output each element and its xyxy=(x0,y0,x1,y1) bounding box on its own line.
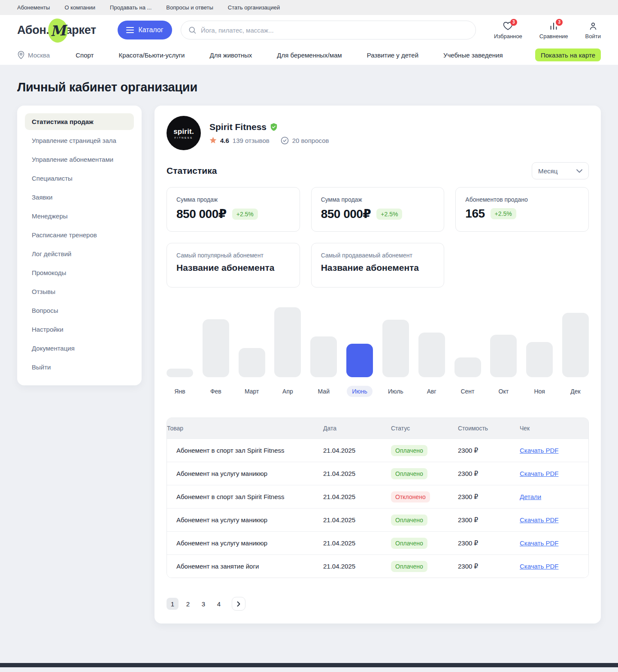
sidebar-item[interactable]: Менеджеры xyxy=(25,208,134,224)
sidebar-item[interactable]: Статистика продаж xyxy=(25,113,134,130)
bar-label: Ноя xyxy=(529,386,550,397)
sidebar-item[interactable]: Документация xyxy=(25,340,134,357)
header-actions: 3 Избранное 3 Сравнение Войти xyxy=(494,21,601,39)
reviews-count[interactable]: 139 отзывов xyxy=(233,137,270,144)
search-bar xyxy=(181,21,476,39)
receipt-link[interactable]: Скачать PDF xyxy=(520,539,558,547)
category-nav-item[interactable]: Учебные заведения xyxy=(443,51,503,59)
sidebar-item[interactable]: Настройки xyxy=(25,321,134,338)
chart-bar-Март[interactable]: Март xyxy=(239,307,265,397)
dashboard-panel: spirit. FITNESS Spirit Fitness 4.6 139 о… xyxy=(154,106,601,624)
chart-bar-Фев[interactable]: Фев xyxy=(203,307,229,397)
bar-shape xyxy=(526,342,553,377)
main-content: Личный кабинет организации Статистика пр… xyxy=(0,65,618,663)
period-select[interactable]: Месяц xyxy=(532,162,589,179)
category-nav-item[interactable]: Спорт xyxy=(76,51,94,59)
cell-price: 2300 ₽ xyxy=(458,447,520,454)
star-icon xyxy=(209,137,217,144)
table-header-cell: Дата xyxy=(323,425,391,432)
period-select-value: Месяц xyxy=(538,167,557,175)
header-action[interactable]: Войти xyxy=(585,21,601,39)
table-header-cell: Чек xyxy=(520,425,588,432)
receipt-link[interactable]: Скачать PDF xyxy=(520,470,558,477)
header-action[interactable]: 3 Сравнение xyxy=(539,21,568,39)
sidebar-item[interactable]: Заявки xyxy=(25,189,134,206)
table-body: Абонемент в спорт зал Spirit Fitness 21.… xyxy=(167,439,588,578)
pagination-page[interactable]: 1 xyxy=(167,598,179,610)
logo[interactable]: Абон.Маркет xyxy=(17,22,96,38)
header-action[interactable]: 3 Избранное xyxy=(494,21,522,39)
bar-shape xyxy=(203,319,229,377)
location-pin-icon xyxy=(17,51,25,59)
pagination-page[interactable]: 4 xyxy=(213,598,225,610)
status-badge: Отклонено xyxy=(391,491,430,502)
search-icon xyxy=(188,26,197,34)
logo-text-right: аркет xyxy=(66,24,96,37)
pagination-page[interactable]: 3 xyxy=(197,598,209,610)
receipt-link[interactable]: Детали xyxy=(520,493,541,500)
category-nav-item[interactable]: Развитие у детей xyxy=(367,51,418,59)
bar-label: Май xyxy=(313,386,335,397)
receipt-link[interactable]: Скачать PDF xyxy=(520,447,558,454)
catalog-button[interactable]: Каталог xyxy=(118,21,172,39)
category-nav-item[interactable]: Для животных xyxy=(209,51,252,59)
receipt-link[interactable]: Скачать PDF xyxy=(520,516,558,524)
chart-bar-Июль[interactable]: Июль xyxy=(382,307,409,397)
receipt-link[interactable]: Скачать PDF xyxy=(520,563,558,570)
topbar-link[interactable]: Абонементы xyxy=(17,4,50,11)
header-action-label: Сравнение xyxy=(539,33,568,39)
sidebar-item[interactable]: Специалисты xyxy=(25,170,134,187)
chart-bar-Сент[interactable]: Сент xyxy=(454,307,481,397)
sidebar-item[interactable]: Лог действий xyxy=(25,245,134,262)
table-row: Абонемент на занятие йоги 21.04.2025 Опл… xyxy=(167,554,588,578)
topbar-link[interactable]: О компании xyxy=(64,4,95,11)
stat-card-label: Абонементов продано xyxy=(465,196,579,203)
sidebar-item[interactable]: Управление абонементами xyxy=(25,151,134,168)
header-action-label: Избранное xyxy=(494,33,522,39)
table-header-cell: Стоимость xyxy=(458,425,520,432)
category-nav-item[interactable]: Для беременных/мам xyxy=(277,51,342,59)
cell-price: 2300 ₽ xyxy=(458,470,520,478)
chart-bar-Май[interactable]: Май xyxy=(310,307,337,397)
stat-card-label: Сумма продаж xyxy=(176,196,290,203)
bar-label: Сент xyxy=(455,386,479,397)
chart-bar-Авг[interactable]: Авг xyxy=(418,307,445,397)
sales-table: ТоварДатаСтатусСтоимостьЧек Абонемент в … xyxy=(167,418,589,578)
stat-card-label: Сумма продаж xyxy=(321,196,435,203)
questions-count[interactable]: 20 вопросов xyxy=(292,137,329,144)
sidebar-item[interactable]: Расписание тренеров xyxy=(25,227,134,243)
sidebar-item[interactable]: Промокоды xyxy=(25,264,134,281)
chevron-right-icon xyxy=(237,601,240,607)
cell-price: 2300 ₽ xyxy=(458,539,520,547)
sidebar-item[interactable]: Вопросы xyxy=(25,302,134,319)
sidebar-item[interactable]: Управление страницей зала xyxy=(25,132,134,149)
sidebar-item[interactable]: Отзывы xyxy=(25,283,134,300)
chart-bar-Дек[interactable]: Дек xyxy=(562,307,589,397)
pagination-page[interactable]: 2 xyxy=(182,598,194,610)
chart-bar-Янв[interactable]: Янв xyxy=(167,307,193,397)
highlight-card-value: Название абонемента xyxy=(176,263,290,273)
search-input[interactable] xyxy=(201,27,469,34)
chart-bar-Июнь[interactable]: Июнь xyxy=(346,307,373,397)
category-nav-item[interactable]: Красота/Бьюти-услуги xyxy=(118,51,185,59)
topbar-link[interactable]: Стать организацией xyxy=(228,4,280,11)
cell-price: 2300 ₽ xyxy=(458,493,520,501)
highlight-card-label: Самый популярный абонемент xyxy=(176,252,290,259)
chart-bar-Апр[interactable]: Апр xyxy=(274,307,301,397)
bar-label: Авг xyxy=(422,386,442,397)
user-icon xyxy=(588,21,598,31)
bar-shape xyxy=(167,369,193,377)
show-on-map-button[interactable]: Показать на карте xyxy=(535,48,601,61)
chart-bar-Ноя[interactable]: Ноя xyxy=(526,307,553,397)
topbar-link[interactable]: Вопросы и ответы xyxy=(166,4,213,11)
logo-text-left: Абон. xyxy=(17,24,49,37)
sidebar-item[interactable]: Выйти xyxy=(25,359,134,375)
topbar-link[interactable]: Продавать на ... xyxy=(110,4,151,11)
bar-label: Июль xyxy=(383,386,409,397)
count-badge: 3 xyxy=(556,19,563,26)
table-row: Абонемент на услугу маникюр 21.04.2025 О… xyxy=(167,508,588,531)
city-selector[interactable]: Москва xyxy=(17,51,50,59)
bar-shape xyxy=(310,336,337,377)
chart-bar-Окт[interactable]: Окт xyxy=(490,307,517,397)
pagination-next-button[interactable] xyxy=(232,597,245,611)
